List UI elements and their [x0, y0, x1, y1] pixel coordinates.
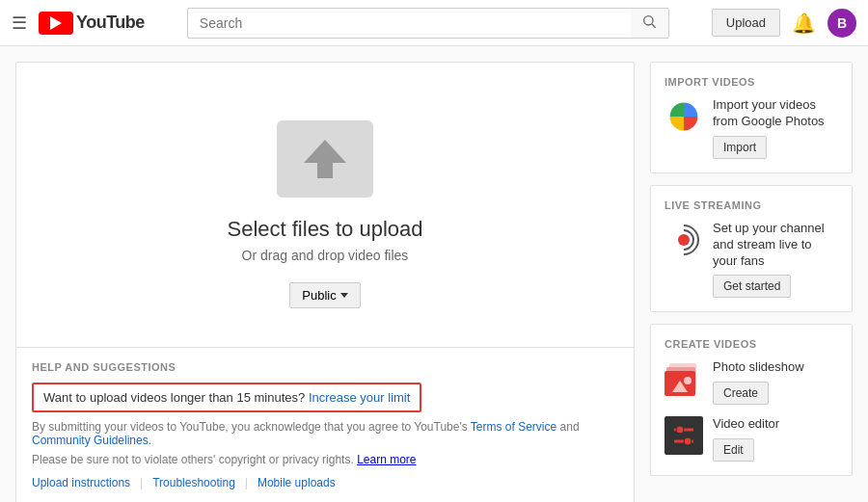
editor-info: Video editor Edit	[713, 416, 838, 462]
editor-item: Video editor Edit	[665, 416, 838, 462]
upload-button[interactable]: Upload	[712, 9, 780, 37]
upload-drop-area[interactable]: Select files to upload Or drag and drop …	[16, 63, 634, 347]
mobile-uploads-link[interactable]: Mobile uploads	[258, 476, 336, 489]
create-title: CREATE VIDEOS	[665, 338, 838, 350]
divider2: |	[245, 476, 248, 489]
caret-icon	[340, 293, 348, 298]
editor-icon	[665, 416, 703, 455]
help-tos: By submitting your videos to YouTube, yo…	[32, 420, 618, 447]
yt-logo-box	[39, 12, 73, 35]
import-button[interactable]: Import	[713, 136, 767, 159]
help-links: Upload instructions | Troubleshooting | …	[32, 476, 618, 489]
svg-point-10	[676, 426, 684, 434]
upload-icon-box	[277, 120, 373, 198]
help-limit-box: Want to upload videos longer than 15 min…	[32, 383, 421, 412]
upload-icon-inner	[304, 140, 346, 178]
live-info: Set up your channel and stream live to y…	[713, 221, 838, 299]
import-info: Import your videos from Google Photos Im…	[713, 97, 838, 159]
bell-icon[interactable]: 🔔	[792, 12, 816, 35]
editor-svg	[665, 416, 703, 455]
tos-and: and	[560, 420, 580, 434]
svg-point-6	[684, 377, 692, 384]
slideshow-svg	[665, 359, 703, 398]
tos-link[interactable]: Terms of Service	[471, 420, 556, 434]
editor-label: Video editor	[713, 416, 838, 433]
svg-line-1	[652, 24, 656, 28]
search-bar	[187, 8, 669, 39]
search-icon	[641, 13, 657, 29]
yt-logo-text: YouTube	[76, 13, 145, 33]
upload-instructions-link[interactable]: Upload instructions	[32, 476, 130, 489]
upload-arrow-stem	[317, 163, 333, 178]
slideshow-info: Photo slideshow Create	[713, 359, 838, 405]
help-limit-text: Want to upload videos longer than 15 min…	[43, 390, 305, 405]
pinwheel-svg	[666, 99, 701, 134]
search-input[interactable]	[187, 8, 631, 39]
community-link[interactable]: Community Guidelines	[32, 434, 149, 447]
live-streaming-icon	[665, 221, 703, 259]
main-layout: Select files to upload Or drag and drop …	[0, 46, 868, 502]
slideshow-item: Photo slideshow Create	[665, 359, 838, 405]
increase-limit-link[interactable]: Increase your limit	[309, 390, 410, 405]
create-videos-card: CREATE VIDEOS Photo slideshow Create	[650, 324, 853, 476]
get-started-button[interactable]: Get started	[713, 275, 791, 298]
troubleshooting-link[interactable]: Troubleshooting	[152, 476, 235, 489]
header: ☰ YouTube Upload 🔔 B	[0, 0, 868, 46]
svg-point-11	[684, 437, 692, 445]
live-label: Set up your channel and stream live to y…	[713, 221, 838, 270]
google-photos-icon	[665, 97, 703, 136]
slideshow-label: Photo slideshow	[713, 359, 838, 376]
upload-section: Select files to upload Or drag and drop …	[15, 62, 635, 502]
import-title: IMPORT VIDEOS	[665, 76, 838, 88]
help-section: HELP AND SUGGESTIONS Want to upload vide…	[16, 347, 634, 502]
avatar[interactable]: B	[827, 9, 856, 38]
svg-rect-7	[665, 416, 703, 455]
divider1: |	[140, 476, 143, 489]
import-label: Import your videos from Google Photos	[713, 97, 838, 130]
svg-point-0	[644, 16, 653, 25]
slideshow-icon	[665, 359, 703, 398]
upload-subtitle: Or drag and drop video files	[242, 248, 409, 263]
help-title: HELP AND SUGGESTIONS	[32, 361, 618, 373]
upload-arrow	[304, 140, 346, 163]
learn-more-link[interactable]: Learn more	[357, 453, 416, 466]
live-item: Set up your channel and stream live to y…	[665, 221, 838, 299]
import-item: Import your videos from Google Photos Im…	[665, 97, 838, 159]
import-videos-card: IMPORT VIDEOS Import your videos from Go…	[650, 62, 853, 173]
menu-icon[interactable]: ☰	[12, 13, 27, 34]
live-title: LIVE STREAMING	[665, 199, 838, 211]
live-icon-inner	[666, 223, 701, 257]
edit-video-button[interactable]: Edit	[713, 438, 754, 462]
create-slideshow-button[interactable]: Create	[713, 382, 769, 405]
privacy-label: Public	[302, 288, 336, 303]
privacy-button[interactable]: Public	[289, 282, 360, 308]
tos-text: By submitting your videos to YouTube, yo…	[32, 420, 468, 434]
yt-play-icon	[50, 16, 62, 30]
live-streaming-card: LIVE STREAMING Set up your channel and s…	[650, 185, 853, 313]
right-sidebar: IMPORT VIDEOS Import your videos from Go…	[650, 62, 853, 502]
header-actions: Upload 🔔 B	[712, 9, 856, 38]
search-button[interactable]	[631, 8, 669, 39]
privacy-notice-text: Please be sure not to violate others' co…	[32, 453, 354, 466]
help-privacy: Please be sure not to violate others' co…	[32, 453, 618, 466]
youtube-logo[interactable]: YouTube	[39, 12, 145, 35]
upload-title: Select files to upload	[227, 217, 422, 242]
